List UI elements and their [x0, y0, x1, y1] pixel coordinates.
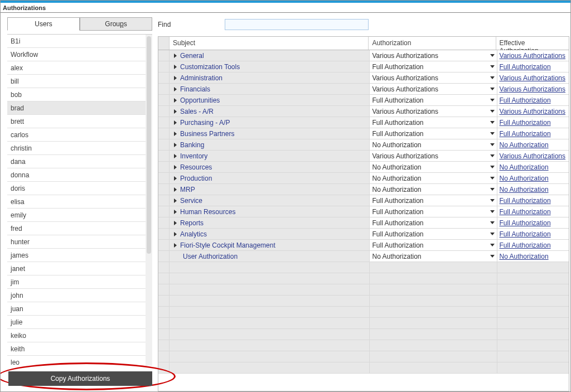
user-row[interactable]: john [7, 289, 146, 302]
expand-icon[interactable] [174, 199, 177, 203]
effective-auth-link[interactable]: No Authorization [500, 186, 549, 193]
grid-row[interactable]: OpportunitiesFull AuthorizationFull Auth… [158, 95, 569, 106]
authorization-cell[interactable]: Full Authorization [370, 128, 497, 139]
dropdown-icon[interactable] [490, 154, 495, 157]
dropdown-icon[interactable] [490, 233, 495, 235]
grid-row[interactable]: MRPNo AuthorizationNo Authorization [158, 184, 569, 195]
authorization-cell[interactable]: Full Authorization [370, 229, 497, 239]
scroll-thumb[interactable] [147, 36, 151, 254]
user-row[interactable]: dana [7, 155, 146, 168]
dropdown-icon[interactable] [490, 76, 495, 79]
user-row[interactable]: hunter [7, 235, 146, 249]
user-row[interactable]: brett [7, 115, 146, 128]
authorization-cell[interactable]: Full Authorization [370, 195, 497, 206]
user-row[interactable]: christin [7, 142, 146, 155]
user-list-scrollbar[interactable] [146, 35, 152, 366]
user-row[interactable]: elisa [7, 195, 146, 209]
authorization-cell[interactable]: No Authorization [370, 173, 497, 183]
expand-icon[interactable] [174, 132, 177, 136]
user-row[interactable]: Workflow [7, 48, 146, 61]
grid-row[interactable]: AdministrationVarious AuthorizationsVari… [158, 72, 569, 84]
dropdown-icon[interactable] [490, 88, 495, 90]
user-row[interactable]: donna [7, 168, 146, 182]
effective-auth-link[interactable]: No Authorization [500, 253, 549, 260]
user-row[interactable]: bill [7, 75, 146, 88]
subject-cell[interactable]: Production [170, 173, 370, 183]
subject-cell[interactable]: Purchasing - A/P [170, 117, 370, 128]
effective-auth-link[interactable]: No Authorization [500, 163, 549, 171]
subject-cell[interactable]: Resources [170, 162, 370, 172]
dropdown-icon[interactable] [490, 177, 495, 180]
dropdown-icon[interactable] [490, 221, 495, 224]
subject-cell[interactable]: Opportunities [170, 95, 370, 105]
user-row[interactable]: emily [7, 209, 146, 222]
grid-row[interactable]: Purchasing - A/PFull AuthorizationFull A… [158, 117, 569, 128]
expand-icon[interactable] [174, 109, 177, 114]
effective-auth-link[interactable]: No Authorization [500, 141, 549, 149]
authorization-cell[interactable]: No Authorization [370, 162, 497, 172]
dropdown-icon[interactable] [490, 132, 495, 135]
authorization-cell[interactable]: Various Authorizations [370, 50, 497, 61]
subject-cell[interactable]: Banking [170, 139, 370, 150]
authorization-cell[interactable]: Full Authorization [370, 61, 497, 72]
authorization-cell[interactable]: Full Authorization [370, 117, 497, 128]
dropdown-icon[interactable] [490, 143, 495, 146]
authorization-cell[interactable]: No Authorization [370, 184, 497, 195]
user-row[interactable]: julie [7, 316, 146, 329]
authorization-cell[interactable]: No Authorization [370, 139, 497, 150]
grid-row[interactable]: FinancialsVarious AuthorizationsVarious … [158, 84, 569, 95]
user-row[interactable]: brad [7, 101, 146, 115]
subject-cell[interactable]: Administration [170, 72, 370, 83]
expand-icon[interactable] [174, 65, 177, 69]
effective-auth-link[interactable]: Various Authorizations [500, 85, 566, 93]
dropdown-icon[interactable] [490, 54, 495, 57]
authorization-cell[interactable]: Various Authorizations [370, 106, 497, 117]
expand-icon[interactable] [174, 98, 177, 103]
grid-row[interactable]: BankingNo AuthorizationNo Authorization [158, 139, 569, 151]
expand-icon[interactable] [174, 243, 177, 248]
authorization-cell[interactable]: Various Authorizations [370, 72, 497, 83]
dropdown-icon[interactable] [490, 244, 495, 246]
subject-cell[interactable]: Inventory [170, 151, 370, 161]
user-row[interactable]: carlos [7, 128, 146, 142]
subject-cell[interactable]: Sales - A/R [170, 106, 370, 117]
user-row[interactable]: juan [7, 302, 146, 316]
grid-row[interactable]: ReportsFull AuthorizationFull Authorizat… [158, 217, 569, 229]
tab-groups[interactable]: Groups [80, 17, 152, 31]
expand-icon[interactable] [174, 120, 177, 125]
authorization-cell[interactable]: Full Authorization [370, 206, 497, 217]
effective-auth-link[interactable]: Full Authorization [500, 130, 551, 138]
subject-cell[interactable]: Analytics [170, 229, 370, 239]
dropdown-icon[interactable] [490, 210, 495, 213]
dropdown-icon[interactable] [490, 199, 495, 202]
grid-header-subject[interactable]: Subject [170, 37, 369, 50]
expand-icon[interactable] [174, 232, 177, 236]
subject-cell[interactable]: Human Resources [170, 206, 370, 217]
dropdown-icon[interactable] [490, 188, 495, 191]
effective-auth-link[interactable]: Various Authorizations [500, 152, 566, 160]
grid-row[interactable]: Business PartnersFull AuthorizationFull … [158, 128, 569, 139]
dropdown-icon[interactable] [490, 110, 495, 113]
user-row[interactable]: janet [7, 262, 146, 275]
authorization-cell[interactable]: Full Authorization [370, 217, 497, 228]
effective-auth-link[interactable]: Full Authorization [500, 197, 551, 205]
subject-cell[interactable]: Business Partners [170, 128, 370, 139]
user-row[interactable]: alex [7, 61, 146, 75]
dropdown-icon[interactable] [490, 255, 495, 258]
expand-icon[interactable] [174, 221, 177, 225]
effective-auth-link[interactable]: Various Authorizations [500, 52, 566, 60]
effective-auth-link[interactable]: Full Authorization [500, 241, 551, 249]
authorization-cell[interactable]: Full Authorization [370, 95, 497, 105]
effective-auth-link[interactable]: No Authorization [500, 175, 549, 182]
user-row[interactable]: james [7, 249, 146, 262]
dropdown-icon[interactable] [490, 99, 495, 101]
grid-row[interactable]: Human ResourcesFull AuthorizationFull Au… [158, 206, 569, 217]
effective-auth-link[interactable]: Various Authorizations [500, 74, 566, 82]
expand-icon[interactable] [174, 87, 177, 91]
user-list[interactable]: B1iWorkflowalexbillbobbradbrettcarloschr… [7, 35, 146, 366]
dropdown-icon[interactable] [490, 166, 495, 168]
effective-auth-link[interactable]: Various Authorizations [500, 108, 566, 115]
effective-auth-link[interactable]: Full Authorization [500, 219, 551, 227]
grid-row[interactable]: User AuthorizationNo AuthorizationNo Aut… [158, 251, 569, 262]
grid-row[interactable]: Fiori-Style Cockpit ManagementFull Autho… [158, 240, 569, 251]
